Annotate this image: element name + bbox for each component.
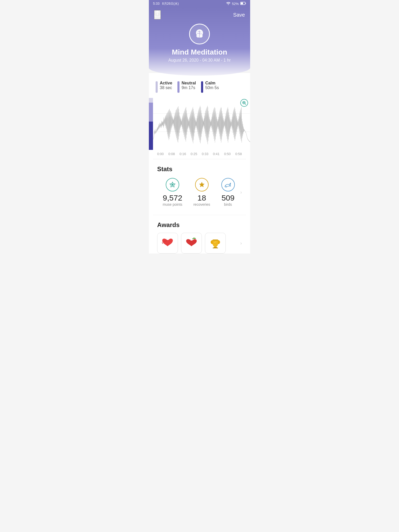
zoom-icon[interactable] bbox=[240, 99, 248, 107]
legend-bar-neutral bbox=[177, 81, 179, 93]
svg-point-17 bbox=[189, 240, 190, 241]
legend-calm-value: 50m 5s bbox=[205, 85, 219, 90]
time-3: 0:25 bbox=[191, 152, 197, 156]
time-5: 0:41 bbox=[213, 152, 220, 156]
time-axis: 0:00 0:08 0:16 0:25 0:33 0:41 0:50 0:58 bbox=[153, 150, 246, 157]
svg-point-0 bbox=[228, 4, 229, 5]
svg-rect-2 bbox=[241, 3, 243, 4]
chart-bar-active bbox=[149, 98, 153, 103]
stat-birds: 509 birds bbox=[221, 178, 235, 207]
svg-marker-13 bbox=[199, 182, 204, 187]
share-button[interactable] bbox=[154, 10, 161, 19]
save-button[interactable]: Save bbox=[233, 12, 245, 18]
award-bird-red bbox=[157, 233, 178, 254]
awards-section: Awards bbox=[153, 217, 246, 254]
recoveries-icon bbox=[195, 178, 209, 191]
time-2: 0:16 bbox=[179, 152, 186, 156]
header: Save Mind Meditation August 26, 2020 - 0… bbox=[149, 8, 250, 76]
stat-muse-points: 9,572 muse points bbox=[163, 178, 182, 207]
legend: Active 38 sec Neutral 9m 17s Calm 50m 5s bbox=[153, 78, 246, 98]
header-top: Save bbox=[154, 10, 245, 19]
meditation-chart bbox=[149, 98, 250, 150]
legend-active-label: Active bbox=[160, 81, 172, 85]
recoveries-label: recoveries bbox=[193, 202, 210, 207]
legend-bar-active bbox=[156, 81, 158, 93]
svg-rect-22 bbox=[213, 240, 218, 241]
chart-bar-calm bbox=[149, 122, 153, 150]
chart-legend-bars bbox=[149, 98, 153, 150]
content: Active 38 sec Neutral 9m 17s Calm 50m 5s bbox=[149, 73, 250, 254]
chart-svg-wrapper bbox=[153, 98, 250, 150]
status-time-date: 5:33 8月26日(水) bbox=[153, 2, 179, 6]
awards-chevron-icon[interactable]: › bbox=[240, 241, 242, 246]
svg-rect-21 bbox=[213, 248, 218, 248]
legend-neutral-value: 9m 17s bbox=[182, 85, 196, 90]
legend-item-neutral: Neutral 9m 17s bbox=[177, 81, 196, 93]
legend-active-value: 38 sec bbox=[160, 85, 172, 90]
status-date: 8月26日(水) bbox=[162, 2, 179, 5]
muse-points-icon bbox=[166, 178, 179, 191]
legend-bar-calm bbox=[201, 81, 203, 93]
muse-points-label: muse points bbox=[163, 202, 182, 207]
stats-chevron-icon[interactable]: › bbox=[240, 190, 242, 195]
stat-recoveries: 18 recoveries bbox=[193, 178, 210, 207]
svg-rect-3 bbox=[245, 3, 246, 4]
birds-icon bbox=[221, 178, 235, 191]
legend-item-active: Active 38 sec bbox=[156, 81, 172, 93]
award-trophy bbox=[205, 233, 226, 254]
time-4: 0:33 bbox=[202, 152, 208, 156]
birds-value: 509 bbox=[221, 194, 235, 202]
status-time: 5:33 bbox=[153, 2, 159, 5]
session-title: Mind Meditation bbox=[154, 48, 245, 56]
time-6: 0:50 bbox=[224, 152, 231, 156]
status-bar: 5:33 8月26日(水) 52% bbox=[149, 0, 250, 8]
awards-row: › bbox=[157, 233, 242, 254]
status-right: 52% bbox=[226, 2, 246, 6]
recoveries-value: 18 bbox=[193, 194, 210, 202]
wifi-icon bbox=[226, 2, 230, 6]
time-7: 0:58 bbox=[235, 152, 242, 156]
stats-title: Stats bbox=[157, 165, 242, 173]
svg-line-14 bbox=[225, 185, 226, 187]
svg-line-10 bbox=[245, 104, 246, 105]
award-bird-olive bbox=[181, 233, 202, 254]
battery-percent: 52% bbox=[232, 2, 239, 6]
chart-bar-neutral bbox=[149, 103, 153, 122]
divider-2 bbox=[153, 215, 246, 215]
muse-points-value: 9,572 bbox=[163, 194, 182, 202]
legend-item-calm: Calm 50m 5s bbox=[201, 81, 219, 93]
stats-section: Stats 9,572 muse points bbox=[153, 161, 246, 213]
time-1: 0:08 bbox=[168, 152, 175, 156]
session-subtitle: August 26, 2020 - 04:30 AM - 1 hr bbox=[154, 58, 245, 63]
brain-icon bbox=[189, 24, 210, 44]
legend-neutral-label: Neutral bbox=[182, 81, 196, 85]
stats-items: 9,572 muse points 18 recoveries bbox=[157, 178, 240, 207]
stats-row: 9,572 muse points 18 recoveries bbox=[157, 178, 242, 207]
svg-point-16 bbox=[165, 239, 167, 240]
divider-1 bbox=[153, 159, 246, 159]
battery-icon bbox=[240, 2, 246, 6]
awards-title: Awards bbox=[157, 221, 242, 229]
birds-label: birds bbox=[221, 202, 235, 207]
legend-calm-label: Calm bbox=[205, 81, 219, 85]
time-0: 0:00 bbox=[157, 152, 164, 156]
